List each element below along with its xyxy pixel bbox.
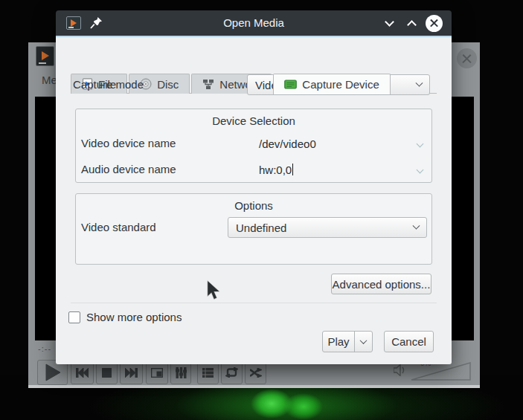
network-icon — [202, 79, 214, 90]
chevron-down-icon — [413, 222, 420, 229]
playlist-icon — [202, 368, 214, 378]
chevron-down-icon — [417, 140, 424, 147]
group-title: Device Selection — [76, 109, 431, 127]
shuffle-icon — [250, 368, 262, 378]
tab-label: Disc — [157, 78, 179, 91]
play-icon — [45, 364, 61, 381]
show-more-options-checkbox[interactable] — [68, 311, 80, 323]
pane-separator — [71, 303, 437, 303]
play-dropdown-button[interactable] — [354, 332, 372, 352]
speaker-icon[interactable] — [394, 364, 406, 376]
close-icon[interactable] — [457, 48, 477, 68]
video-device-value: /dev/video0 — [259, 138, 316, 150]
media-menu[interactable]: Me — [42, 74, 57, 86]
chevron-down-icon — [417, 166, 424, 173]
desktop: Me -:-- -:-- — [0, 0, 523, 420]
window-bottom-edge — [28, 385, 480, 388]
tab-label: Capture Device — [302, 78, 379, 91]
audio-device-value: hw:0,0 — [259, 164, 292, 176]
previous-icon — [76, 368, 89, 378]
video-standard-select[interactable]: Undefined — [228, 217, 427, 238]
play-split-button[interactable]: Play — [322, 331, 373, 352]
loop-icon — [225, 367, 238, 378]
dialog-body: File Disc — [56, 37, 452, 364]
chevron-down-icon — [416, 79, 423, 86]
open-media-dialog: Open Media File — [56, 10, 452, 364]
tab-capture-device[interactable]: Capture Device — [273, 74, 390, 94]
capture-device-icon — [284, 79, 297, 90]
mouse-cursor — [207, 280, 221, 300]
group-title: Options — [76, 194, 431, 212]
video-device-combo[interactable]: /dev/video0 — [259, 134, 423, 153]
time-elapsed: -:-- — [38, 344, 51, 353]
equalizer-icon — [176, 367, 187, 378]
video-standard-value: Undefined — [236, 222, 286, 234]
audio-device-label: Audio device name — [81, 159, 176, 180]
show-more-options-label: Show more options — [86, 311, 182, 323]
dialog-titlebar[interactable]: Open Media — [56, 10, 452, 36]
volume-slider[interactable] — [411, 361, 472, 381]
next-icon — [125, 368, 138, 378]
snapshot-icon — [151, 368, 163, 378]
cancel-button[interactable]: Cancel — [384, 331, 434, 352]
audio-device-combo[interactable]: hw:0,0 — [259, 160, 423, 179]
text-caret — [292, 164, 293, 175]
advanced-options-button[interactable]: Advanced options... — [331, 274, 431, 294]
options-group: Options Video standard Undefined — [75, 193, 432, 265]
play-button-label[interactable]: Play — [323, 335, 354, 348]
video-device-label: Video device name — [81, 133, 176, 154]
video-standard-label: Video standard — [81, 217, 156, 238]
vlc-logo-icon — [36, 46, 54, 66]
close-icon[interactable] — [426, 15, 443, 32]
device-selection-group: Device Selection Video device name /dev/… — [75, 109, 432, 183]
stop-icon — [102, 368, 112, 378]
capture-mode-label: Capture mode — [73, 74, 144, 95]
chevron-down-icon — [360, 337, 368, 344]
